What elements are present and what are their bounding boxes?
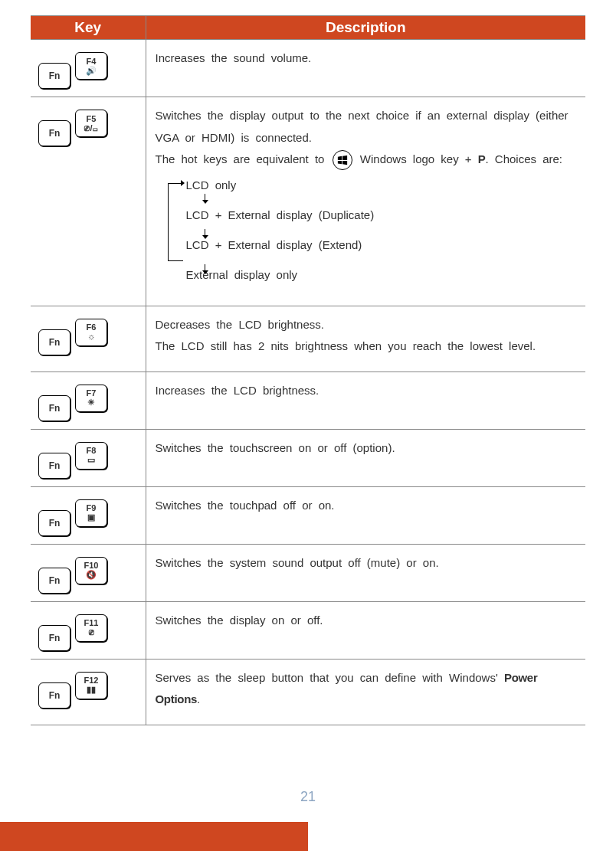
key-cell: Fn F4 🔊 xyxy=(31,40,146,97)
header-key: Key xyxy=(31,16,146,40)
f9-key-icon: F9 ▣ xyxy=(75,499,107,527)
header-description: Description xyxy=(146,16,585,40)
page-number: 21 xyxy=(0,789,616,805)
description-cell: Switches the display output to the next … xyxy=(146,97,585,306)
display-switch-icon: ⎚/▭ xyxy=(84,124,97,133)
description-cell: Serves as the sleep button that you can … xyxy=(146,659,585,725)
f12-key-icon: F12 ▮▮ xyxy=(75,672,107,699)
description-cell: Increases the sound volume. xyxy=(146,40,585,97)
flow-node: External display only xyxy=(186,267,577,283)
brightness-down-icon: ☼ xyxy=(87,332,95,341)
fn-key-icon: Fn xyxy=(38,682,70,709)
fn-key-icon: Fn xyxy=(38,625,70,651)
footer-bar xyxy=(0,822,308,851)
windows-logo-icon xyxy=(333,150,352,170)
volume-up-icon: 🔊 xyxy=(86,67,97,75)
flow-node: LCD + External display (Extend) xyxy=(186,237,577,253)
hotkey-table: Key Description Fn F4 🔊 Increases t xyxy=(31,15,585,725)
desc-text: Switches the display on or off. xyxy=(156,614,323,627)
sleep-icon: ▮▮ xyxy=(87,686,96,694)
fn-key-icon: Fn xyxy=(38,395,70,421)
desc-text: Increases the LCD brightness. xyxy=(156,384,319,397)
f10-key-icon: F10 🔇 xyxy=(75,557,107,584)
key-cell: Fn F7 ☀ xyxy=(31,371,146,429)
table-row: Fn F6 ☼ Decreases the LCD brightness. Th… xyxy=(31,306,585,371)
fn-key-icon: Fn xyxy=(38,453,70,479)
fn-key-icon: Fn xyxy=(38,329,70,355)
desc-text: Decreases the LCD brightness. xyxy=(156,314,577,336)
desc-text: Switches the system sound output off (mu… xyxy=(156,556,439,569)
desc-text: Switches the touchscreen on or off (opti… xyxy=(156,441,395,454)
key-p: P xyxy=(478,152,486,165)
description-cell: Switches the touchscreen on or off (opti… xyxy=(146,429,585,486)
desc-text: The hot keys are equivalent to Windows l… xyxy=(156,149,577,171)
fn-key-icon: Fn xyxy=(38,120,70,146)
table-row: Fn F4 🔊 Increases the sound volume. xyxy=(31,40,585,97)
flow-node: LCD only xyxy=(186,177,577,193)
f8-key-icon: F8 ▭ xyxy=(75,442,107,470)
desc-text: The LCD still has 2 nits brightness when… xyxy=(156,335,577,358)
key-cell: Fn F5 ⎚/▭ xyxy=(31,97,146,306)
table-row: Fn F5 ⎚/▭ Switches the display output to… xyxy=(31,97,585,306)
fn-key-icon: Fn xyxy=(38,568,70,594)
desc-text: Switches the touchpad off or on. xyxy=(156,499,335,512)
f5-key-icon: F5 ⎚/▭ xyxy=(75,110,107,137)
description-cell: Switches the touchpad off or on. xyxy=(146,486,585,544)
f4-key-icon: F4 🔊 xyxy=(75,52,107,80)
key-cell: Fn F10 🔇 xyxy=(31,544,146,601)
key-cell: Fn F12 ▮▮ xyxy=(31,659,146,725)
flow-node: LCD + External display (Duplicate) xyxy=(186,207,577,223)
table-row: Fn F7 ☀ Increases the LCD brightness. xyxy=(31,371,585,429)
display-off-icon: ⎚ xyxy=(89,628,94,637)
table-row: Fn F11 ⎚ Switches the display on or off. xyxy=(31,601,585,659)
touchscreen-icon: ▭ xyxy=(87,456,95,464)
key-cell: Fn F9 ▣ xyxy=(31,486,146,544)
f6-key-icon: F6 ☼ xyxy=(75,319,107,346)
display-mode-flow: LCD only LCD + External display (Duplica… xyxy=(168,177,577,283)
table-row: Fn F9 ▣ Switches the touchpad off or on. xyxy=(31,486,585,544)
mute-icon: 🔇 xyxy=(86,571,97,579)
desc-text: Serves as the sleep button that you can … xyxy=(156,671,504,684)
fn-key-icon: Fn xyxy=(38,510,70,536)
key-cell: Fn F11 ⎚ xyxy=(31,601,146,659)
key-cell: Fn F6 ☼ xyxy=(31,306,146,371)
table-row: Fn F10 🔇 Switches the system sound outpu… xyxy=(31,544,585,601)
description-cell: Decreases the LCD brightness. The LCD st… xyxy=(146,306,585,371)
f11-key-icon: F11 ⎚ xyxy=(75,614,107,642)
desc-text: Switches the display output to the next … xyxy=(156,105,577,149)
brightness-up-icon: ☀ xyxy=(87,398,95,407)
description-cell: Switches the display on or off. xyxy=(146,601,585,659)
description-cell: Switches the system sound output off (mu… xyxy=(146,544,585,601)
fn-key-icon: Fn xyxy=(38,63,70,89)
page: Key Description Fn F4 🔊 Increases t xyxy=(0,0,616,851)
key-cell: Fn F8 ▭ xyxy=(31,429,146,486)
table-row: Fn F12 ▮▮ Serves as the sleep button tha… xyxy=(31,659,585,725)
touchpad-icon: ▣ xyxy=(87,513,95,522)
desc-text: Increases the sound volume. xyxy=(156,51,312,64)
f7-key-icon: F7 ☀ xyxy=(75,385,107,412)
table-row: Fn F8 ▭ Switches the touchscreen on or o… xyxy=(31,429,585,486)
description-cell: Increases the LCD brightness. xyxy=(146,371,585,429)
